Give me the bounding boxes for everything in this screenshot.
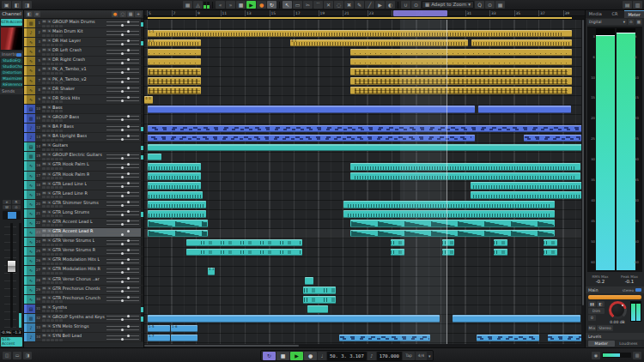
track-mini-button[interactable] [55, 44, 58, 46]
track-volume-slider[interactable] [106, 69, 139, 69]
clip[interactable] [391, 249, 404, 256]
reference-level-button[interactable]: 0 [588, 315, 596, 321]
metronome-icon[interactable]: ♩ [318, 352, 326, 360]
track-lane[interactable] [144, 220, 585, 229]
meter-option-icon[interactable]: ▦ [635, 19, 642, 25]
slider-handle[interactable] [127, 191, 130, 194]
clip[interactable]: 1-5 [148, 325, 170, 333]
slider-handle[interactable] [121, 43, 124, 45]
solo-button[interactable]: s [47, 87, 52, 90]
track-lane[interactable] [144, 238, 585, 248]
mute-button[interactable]: m [42, 182, 46, 185]
track-mini-button[interactable] [51, 224, 54, 226]
track-mini-button[interactable] [42, 272, 46, 275]
track-row[interactable]: ∿16msGTR Hook Palm L [24, 161, 143, 171]
channel-mini-button[interactable]: R [12, 200, 21, 204]
slider-handle[interactable] [121, 281, 124, 283]
track-lane[interactable] [144, 229, 585, 238]
track-volume-slider[interactable] [106, 231, 139, 232]
slider-handle[interactable] [127, 115, 130, 118]
track-mini-button[interactable] [51, 310, 54, 312]
clip[interactable] [148, 49, 201, 57]
track-mini-button[interactable] [55, 186, 58, 189]
track-mini-button[interactable] [46, 339, 50, 341]
clip[interactable] [199, 249, 302, 256]
slider-handle[interactable] [127, 315, 130, 317]
solo-button[interactable]: s [47, 287, 52, 290]
track-mini-button[interactable] [42, 214, 46, 217]
track-pan-slider[interactable] [106, 25, 139, 26]
track-volume-slider[interactable] [106, 240, 139, 241]
track-lane[interactable] [144, 191, 585, 201]
clip[interactable] [305, 277, 313, 285]
track-lane[interactable] [144, 201, 585, 210]
track-mini-button[interactable] [59, 177, 63, 179]
track-mini-button[interactable] [59, 300, 63, 303]
control-room-main-header[interactable]: Main stereo [586, 287, 644, 293]
track-pan-slider[interactable] [106, 196, 139, 196]
clip[interactable] [148, 77, 201, 85]
peak-db-readout[interactable]: -1.3 [12, 330, 22, 335]
solo-button[interactable]: s [47, 210, 52, 214]
track-mini-button[interactable] [51, 300, 54, 303]
track-mini-button[interactable] [59, 81, 63, 84]
track-volume-slider[interactable] [106, 250, 139, 250]
slider-handle[interactable] [127, 125, 130, 128]
track-pan-slider[interactable] [106, 262, 139, 263]
track-row[interactable]: ▥11msGROUP Bass [24, 114, 143, 124]
track-mini-button[interactable] [59, 205, 63, 208]
track-row[interactable]: ∿29msGTR Prechorus Chords [24, 286, 143, 295]
track-row[interactable]: ∿27msGTR Modulation Hits R [24, 266, 143, 275]
track-row[interactable]: ▤31msSynths [24, 305, 143, 314]
track-mini-button[interactable] [46, 244, 50, 246]
solo-button[interactable]: s [47, 277, 52, 281]
channel-eq-thumbnail[interactable] [1, 27, 22, 50]
time-signature-display[interactable]: 4/4 [416, 352, 427, 360]
solo-button[interactable]: s [47, 48, 52, 51]
track-mini-button[interactable] [42, 281, 46, 284]
track-mini-button[interactable] [51, 272, 54, 275]
mute-button[interactable]: m [42, 201, 46, 204]
slider-handle[interactable] [127, 230, 130, 232]
slider-handle[interactable] [121, 329, 124, 331]
tool-icon[interactable]: ◐ [386, 1, 395, 9]
clip[interactable] [307, 305, 328, 313]
track-row[interactable]: ∿7msPK_A_Tambo_v2 [24, 76, 143, 86]
slider-handle[interactable] [127, 172, 130, 175]
track-lane[interactable] [144, 87, 585, 96]
track-mini-button[interactable] [59, 44, 63, 46]
cycle-range[interactable] [393, 10, 447, 16]
track-mini-button[interactable] [51, 130, 54, 132]
track-lane[interactable] [144, 248, 585, 257]
solo-button[interactable]: s [47, 57, 52, 61]
track-lane[interactable] [144, 57, 585, 67]
track-pan-slider[interactable] [106, 272, 139, 273]
track-row[interactable]: ▥32msGROUP Synths and Keys [24, 314, 143, 323]
track-mini-button[interactable] [59, 130, 63, 132]
level-tab-master[interactable]: Master [588, 341, 615, 347]
track-row[interactable]: ∿5msDR Right Crash [24, 57, 143, 66]
track-row[interactable]: ♪13msBA Upright Bass [24, 133, 143, 142]
track-mini-button[interactable] [55, 329, 58, 332]
track-lane[interactable] [144, 67, 585, 76]
track-pan-slider[interactable] [106, 319, 139, 320]
track-mini-button[interactable] [42, 319, 46, 322]
slider-handle[interactable] [121, 299, 124, 302]
mute-button[interactable]: m [42, 229, 46, 232]
clip[interactable] [343, 201, 555, 208]
slider-handle[interactable] [121, 90, 124, 93]
track-pan-slider[interactable] [106, 339, 139, 340]
track-mini-button[interactable] [42, 310, 46, 312]
track-mini-button[interactable] [46, 139, 50, 142]
track-mini-button[interactable] [55, 196, 58, 198]
slider-handle[interactable] [127, 77, 130, 80]
clip[interactable] [199, 239, 302, 247]
clip[interactable] [478, 106, 571, 113]
tool-icon[interactable]: ↖ [283, 1, 292, 9]
clip[interactable] [350, 49, 572, 57]
main-level-knob[interactable] [609, 301, 627, 319]
solo-button[interactable]: s [47, 248, 52, 251]
track-mini-button[interactable] [59, 167, 63, 170]
clip[interactable]: 4-3 [144, 96, 153, 104]
slider-handle[interactable] [121, 24, 124, 27]
